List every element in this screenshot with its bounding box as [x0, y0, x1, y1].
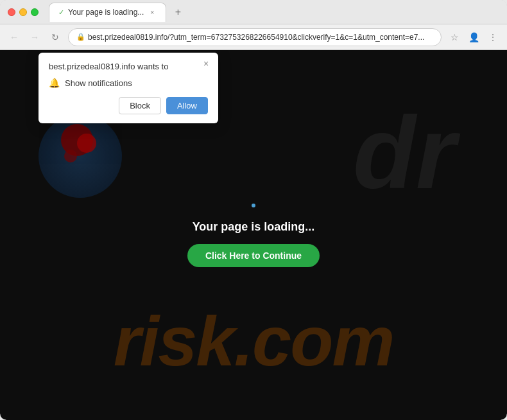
title-bar: ✓ Your page is loading... × +: [0, 0, 507, 24]
forward-button[interactable]: →: [27, 30, 42, 45]
popup-close-button[interactable]: ×: [200, 58, 212, 69]
profile-button[interactable]: 👤: [466, 30, 481, 45]
browser-tab[interactable]: ✓ Your page is loading... ×: [49, 3, 166, 22]
logo-circle-2: [77, 134, 96, 153]
tab-favicon-icon: ✓: [58, 8, 64, 17]
loading-dots: [252, 204, 255, 207]
allow-button[interactable]: Allow: [166, 97, 208, 114]
dot-1: [252, 204, 255, 207]
traffic-lights: [8, 8, 39, 16]
minimize-window-button[interactable]: [19, 8, 27, 16]
close-window-button[interactable]: [8, 8, 15, 16]
continue-button[interactable]: Click Here to Continue: [187, 244, 320, 267]
block-button[interactable]: Block: [119, 97, 161, 114]
page-loading-text: Your page is loading...: [193, 220, 315, 234]
maximize-window-button[interactable]: [31, 8, 39, 16]
background-dr-watermark: dr: [353, 101, 456, 204]
tab-bar: ✓ Your page is loading... × +: [49, 3, 499, 22]
refresh-button[interactable]: ↻: [47, 30, 63, 45]
bell-icon: 🔔: [49, 78, 60, 88]
notification-popup: × best.prizedeal0819.info wants to 🔔 Sho…: [39, 53, 218, 123]
watermark-text: risk.com: [114, 300, 393, 381]
url-text: best.prizedeal0819.info/?utm_term=673275…: [88, 33, 424, 42]
page-content: Your page is loading... Click Here to Co…: [187, 204, 320, 267]
notification-label: Show notifications: [65, 78, 132, 88]
back-button[interactable]: ←: [6, 30, 22, 45]
popup-action-buttons: Block Allow: [49, 97, 208, 114]
logo-circle-3: [64, 150, 77, 162]
tab-title: Your page is loading...: [68, 8, 144, 17]
popup-title: best.prizedeal0819.info wants to: [49, 62, 208, 71]
address-bar: ← → ↻ 🔒 best.prizedeal0819.info/?utm_ter…: [0, 24, 507, 50]
tab-close-button[interactable]: ×: [148, 8, 157, 17]
url-action-buttons: ☆ 👤 ⋮: [447, 30, 501, 45]
browser-content: dr risk.com Your page is loading... Clic…: [0, 50, 507, 420]
lock-icon: 🔒: [76, 33, 85, 41]
browser-window: ✓ Your page is loading... × + ← → ↻ 🔒 be…: [0, 0, 507, 420]
menu-button[interactable]: ⋮: [485, 30, 501, 45]
background-logo: [39, 114, 122, 198]
url-bar[interactable]: 🔒 best.prizedeal0819.info/?utm_term=6732…: [68, 28, 442, 46]
new-tab-button[interactable]: +: [169, 3, 187, 21]
bookmark-button[interactable]: ☆: [447, 30, 462, 45]
notification-row: 🔔 Show notifications: [49, 78, 208, 88]
